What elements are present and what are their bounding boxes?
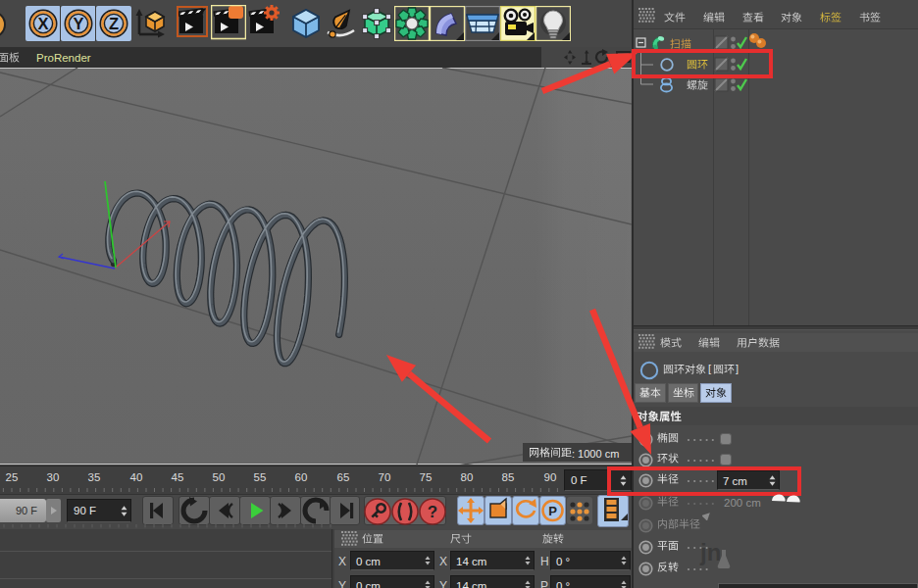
svg-text:Y: Y bbox=[73, 15, 83, 32]
svg-text:P: P bbox=[548, 504, 557, 518]
svg-text:X: X bbox=[37, 15, 48, 32]
svg-text:Z: Z bbox=[109, 15, 119, 32]
svg-text:?: ? bbox=[428, 503, 437, 521]
